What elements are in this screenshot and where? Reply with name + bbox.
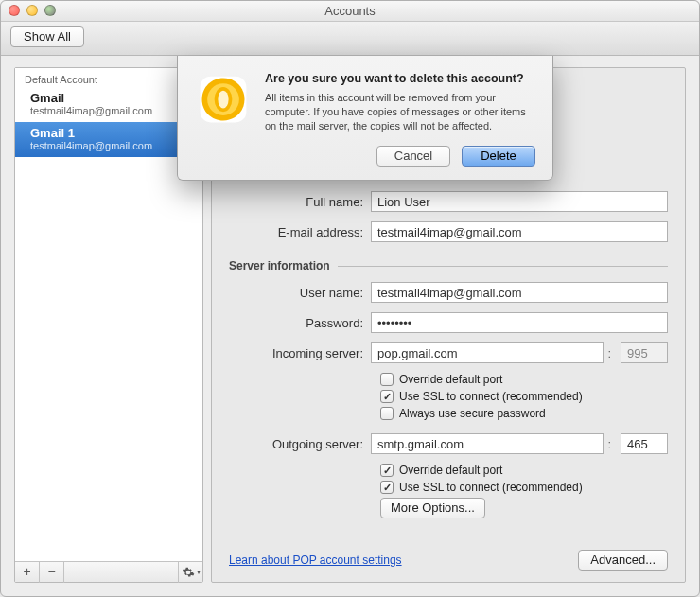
incoming-use-ssl-row[interactable]: ✓ Use SSL to connect (recommended) [380, 390, 668, 403]
email-field[interactable] [371, 221, 668, 242]
svg-point-2 [218, 91, 228, 109]
username-field[interactable] [371, 282, 668, 303]
checkbox-label: Always use secure password [399, 407, 546, 420]
window-title: Accounts [324, 4, 375, 18]
incoming-port-field[interactable] [621, 342, 668, 363]
account-email: testmail4imap@gmail.com [30, 140, 193, 151]
checkbox-icon: ✓ [380, 481, 394, 494]
cancel-button[interactable]: Cancel [376, 146, 450, 167]
zoom-icon[interactable] [44, 5, 56, 16]
sidebar-item-gmail[interactable]: Gmail testmail4imap@gmail.com [15, 87, 202, 122]
remove-account-button[interactable]: − [40, 562, 64, 583]
port-separator: : [607, 346, 611, 360]
chevron-down-icon: ▾ [197, 563, 201, 582]
password-field[interactable] [371, 312, 668, 333]
password-label: Password: [229, 316, 371, 330]
checkbox-label: Override default port [399, 464, 502, 477]
checkbox-icon [380, 373, 394, 386]
fullname-label: Full name: [229, 195, 371, 209]
outlook-app-icon [195, 71, 252, 128]
gear-icon [182, 566, 195, 579]
checkbox-icon [380, 407, 394, 420]
checkbox-icon: ✓ [380, 390, 394, 403]
close-icon[interactable] [9, 5, 20, 16]
titlebar: Accounts [1, 1, 699, 22]
traffic-lights [9, 5, 56, 16]
delete-button[interactable]: Delete [462, 146, 535, 167]
incoming-secure-password-row[interactable]: Always use secure password [380, 407, 668, 420]
minimize-icon[interactable] [26, 5, 38, 16]
incoming-label: Incoming server: [229, 346, 371, 360]
username-label: User name: [229, 286, 371, 300]
fullname-field[interactable] [371, 191, 668, 212]
account-name: Gmail 1 [30, 126, 193, 140]
advanced-button[interactable]: Advanced... [578, 550, 668, 571]
checkbox-label: Use SSL to connect (recommended) [399, 390, 583, 403]
outgoing-use-ssl-row[interactable]: ✓ Use SSL to connect (recommended) [380, 481, 668, 494]
outgoing-server-field[interactable] [371, 433, 604, 454]
modal-message: All items in this account will be remove… [265, 91, 535, 133]
outgoing-port-field[interactable] [621, 433, 668, 454]
show-all-button[interactable]: Show All [10, 26, 84, 47]
account-options-button[interactable]: ▾ [178, 562, 202, 583]
email-label: E-mail address: [229, 225, 371, 239]
checkbox-icon: ✓ [380, 464, 394, 477]
sidebar-item-gmail1[interactable]: Gmail 1 testmail4imap@gmail.com [15, 122, 202, 157]
add-account-button[interactable]: + [15, 562, 40, 583]
port-separator: : [607, 437, 611, 451]
divider [338, 266, 668, 267]
incoming-override-port-row[interactable]: Override default port [380, 373, 668, 386]
toolbar: Show All [1, 22, 699, 56]
confirm-delete-sheet: Are you sure you want to delete this acc… [177, 56, 553, 181]
sidebar-footer: + − ▾ [15, 561, 202, 582]
account-name: Gmail [30, 91, 193, 105]
server-info-header: Server information [229, 259, 330, 272]
modal-title: Are you sure you want to delete this acc… [265, 71, 535, 87]
sidebar-header: Default Account [15, 68, 202, 87]
incoming-server-field[interactable] [371, 342, 604, 363]
learn-pop-link[interactable]: Learn about POP account settings [229, 553, 402, 567]
account-email: testmail4imap@gmail.com [30, 105, 193, 116]
checkbox-label: Use SSL to connect (recommended) [399, 481, 583, 494]
checkbox-label: Override default port [399, 373, 502, 386]
accounts-sidebar: Default Account Gmail testmail4imap@gmai… [14, 67, 203, 583]
more-options-button[interactable]: More Options... [380, 498, 485, 518]
outgoing-label: Outgoing server: [229, 437, 371, 451]
outgoing-override-port-row[interactable]: ✓ Override default port [380, 464, 668, 477]
accounts-window: Accounts Show All Default Account Gmail … [0, 0, 700, 597]
